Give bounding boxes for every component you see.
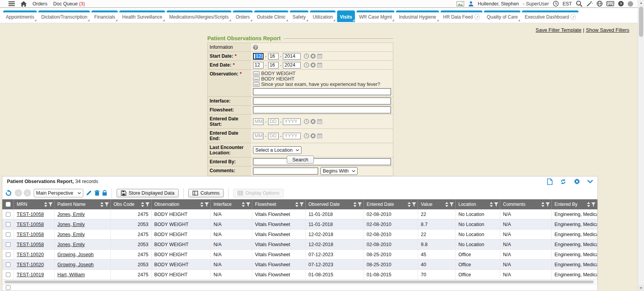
tab-quality-of-care[interactable]: Quality of Care (484, 10, 520, 22)
search-icon[interactable] (576, 0, 582, 7)
settings-icon[interactable] (574, 178, 580, 185)
mrn-link[interactable]: TEST-10020 (17, 262, 44, 267)
column-header-value[interactable]: Value (418, 199, 456, 209)
save-filter-template-link[interactable]: Save Filter Template (536, 27, 581, 33)
start-date-day-input[interactable]: 16 (268, 53, 279, 60)
row-checkbox[interactable] (6, 252, 10, 257)
start-date-month-input[interactable]: 12 (253, 53, 263, 60)
row-checkbox[interactable] (6, 212, 10, 217)
sort-icon[interactable] (295, 202, 298, 207)
home-icon[interactable] (21, 1, 27, 7)
globe-icon[interactable] (597, 1, 603, 7)
sort-icon[interactable] (44, 202, 47, 207)
columns-button[interactable]: Columns (188, 189, 224, 197)
column-header-observation[interactable]: Observation (152, 199, 211, 209)
tab-executive-dashboard[interactable]: Executive Dashboard↗ (522, 10, 579, 22)
entered-date-end-day-input[interactable]: DD (268, 133, 279, 139)
column-header-entered-by[interactable]: Entered By (552, 199, 598, 209)
patient-name-link[interactable]: Jones, Emily (57, 222, 85, 227)
entered-date-start-day-input[interactable]: DD (268, 118, 279, 125)
column-header-entered-date[interactable]: Entered Date (364, 199, 418, 209)
column-header-comments[interactable]: Comments (500, 199, 552, 209)
user-name[interactable]: Hullender, Stephen (478, 1, 519, 7)
lock-icon[interactable] (102, 190, 107, 196)
tab-utilization[interactable]: Utilization (310, 10, 336, 22)
sort-icon[interactable] (541, 202, 544, 207)
tab-outside-clinic[interactable]: Outside Clinic (254, 10, 288, 22)
entered-date-start-year-input[interactable]: YYYY (283, 118, 301, 125)
remove-observation-icon[interactable]: — (253, 71, 260, 76)
mrn-link[interactable]: TEST-10020 (17, 252, 44, 257)
tab-wr-case-mgmt[interactable]: WR Case Mgmt (356, 10, 395, 22)
vertical-scrollbar-thumb[interactable] (639, 7, 643, 37)
entered-date-end-year-input[interactable]: YYYY (283, 133, 301, 139)
presence-icon[interactable] (628, 1, 633, 7)
row-checkbox[interactable] (6, 242, 10, 247)
tab-hr-data-feed[interactable]: HR Data Feed↗ (441, 10, 483, 22)
tab-dictation-transcription[interactable]: Dictation/Transcription (38, 10, 90, 22)
patient-name-link[interactable]: Growing, Joseph (57, 262, 94, 267)
external-link-icon[interactable]: ↗ (474, 14, 480, 20)
show-saved-filters-link[interactable]: Show Saved Filters (586, 27, 629, 33)
patient-name-link[interactable]: Hart, William (57, 272, 85, 277)
perspective-select[interactable]: Main Perspective (34, 189, 83, 197)
column-header-patient-name[interactable]: Patient Name (55, 199, 111, 209)
entered-date-start-month-input[interactable]: MM (253, 118, 263, 125)
clear-icon[interactable] (310, 53, 316, 59)
column-header-interface[interactable]: Interface (211, 199, 252, 209)
patient-name-link[interactable]: Growing, Joseph (57, 252, 94, 257)
interface-input[interactable] (253, 98, 391, 104)
filter-icon[interactable] (48, 202, 53, 207)
filter-icon[interactable] (449, 202, 454, 207)
tab-financials[interactable]: Financials (91, 10, 118, 22)
menu-item-orders[interactable]: Orders (33, 1, 47, 7)
column-header-flowsheet[interactable]: Flowsheet (252, 199, 306, 209)
mrn-link[interactable]: TEST-10058 (17, 212, 44, 217)
sort-icon[interactable] (445, 202, 448, 207)
clock-icon[interactable] (304, 133, 309, 139)
end-date-day-input[interactable]: 16 (268, 62, 279, 68)
mrn-link[interactable]: TEST-10058 (17, 242, 44, 247)
mrn-link[interactable]: TEST-10058 (17, 232, 44, 237)
filter-icon[interactable] (246, 202, 250, 207)
next-perspective-icon[interactable]: › (24, 189, 31, 197)
collapse-icon[interactable] (587, 180, 593, 183)
last-encounter-location-select[interactable]: Select a Location (253, 146, 301, 154)
select-all-checkbox[interactable] (6, 202, 10, 207)
sort-icon[interactable] (242, 202, 245, 207)
tab-medications-allergies-scripts[interactable]: Medications/Allergies/Scripts (167, 10, 231, 22)
tab-visits[interactable]: Visits (337, 10, 355, 22)
tab-safety[interactable]: Safety (290, 10, 308, 22)
horizontal-scrollbar-thumb[interactable] (5, 281, 594, 283)
screenshot-icon[interactable] (456, 1, 464, 7)
patient-name-link[interactable]: Jones, Emily (57, 212, 85, 217)
row-checkbox[interactable] (6, 232, 10, 237)
column-header-observed-date[interactable]: Observed Date (306, 199, 364, 209)
clock-icon[interactable] (304, 119, 309, 124)
menu-item-doc-queue[interactable]: Doc Queue (3) (53, 1, 85, 7)
mrn-link[interactable]: TEST-10058 (17, 222, 44, 227)
clear-icon[interactable] (310, 119, 316, 124)
refresh-grid-icon[interactable] (560, 178, 567, 185)
sort-icon[interactable] (200, 202, 203, 207)
patient-name-link[interactable]: Jones, Emily (57, 242, 85, 247)
end-date-month-input[interactable]: 12 (253, 62, 263, 68)
comments-input[interactable] (253, 168, 318, 175)
filter-icon[interactable] (105, 202, 109, 207)
calendar-icon[interactable] (317, 62, 322, 68)
search-button[interactable]: Search (287, 156, 313, 164)
tab-orders[interactable]: Orders (233, 10, 253, 22)
row-checkbox[interactable] (6, 285, 10, 290)
menu-icon[interactable] (9, 1, 15, 6)
row-checkbox[interactable] (6, 262, 10, 267)
new-record-icon[interactable] (547, 178, 553, 185)
help-icon[interactable]: ? (618, 1, 624, 7)
filter-icon[interactable] (300, 202, 304, 207)
scroll-down-arrow[interactable]: ▼ (638, 285, 644, 291)
refresh-icon[interactable] (5, 190, 12, 197)
filter-icon[interactable] (591, 202, 596, 207)
sort-icon[interactable] (100, 202, 103, 207)
end-date-year-input[interactable]: 2024 (283, 62, 301, 68)
clock-icon[interactable] (304, 53, 309, 59)
wand-icon[interactable] (586, 0, 593, 7)
